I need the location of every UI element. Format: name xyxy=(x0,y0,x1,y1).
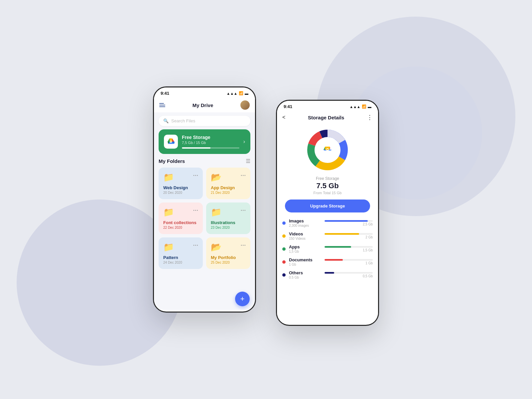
status-bar-left: 9:41 ▲▲▲ 📶 ▬ xyxy=(154,87,255,98)
storage-info: Free Storage 7,5 Gb / 15 Gb xyxy=(182,135,239,149)
folder-name-font: Font collections xyxy=(163,220,198,225)
documents-count: 1 Gb xyxy=(289,263,321,266)
videos-info: Videos 150 Videos xyxy=(289,231,321,240)
storage-title: Free Storage xyxy=(182,135,239,140)
folder-card-header-app: 📂 ⋯ xyxy=(211,172,246,183)
battery-icon-r: ▬ xyxy=(368,105,371,109)
documents-bar-container: 1 Gb xyxy=(325,259,373,265)
pie-chart xyxy=(306,128,349,172)
videos-count: 150 Videos xyxy=(289,237,321,240)
storage-item-documents: Documents 1 Gb 1 Gb xyxy=(282,257,373,266)
folder-name-app: App Design xyxy=(211,185,246,190)
images-bar-fill xyxy=(325,220,368,222)
storage-item-apps: Apps 1,5 Gb 1,5 Gb xyxy=(282,244,373,253)
storage-sub: 7,5 Gb / 15 Gb xyxy=(182,141,239,145)
folder-card-header-font: 📁 ⋯ xyxy=(163,207,198,217)
documents-bar-track xyxy=(325,259,373,261)
others-bar-fill xyxy=(325,272,334,274)
phone-left-screen: My Drive 🔍 Search Files xyxy=(154,98,255,310)
images-name: Images xyxy=(289,218,321,223)
storage-item-others: Others 0.5 Gb 0,5 Gb xyxy=(282,270,373,279)
apps-count: 1,5 Gb xyxy=(289,250,321,253)
others-count: 0.5 Gb xyxy=(289,276,321,279)
folder-app-design[interactable]: 📂 ⋯ App Design 21 Dec 2020 xyxy=(206,168,250,199)
phone-left: 9:41 ▲▲▲ 📶 ▬ My Drive 🔍 Searc xyxy=(153,86,256,313)
documents-name: Documents xyxy=(289,257,321,262)
folder-font[interactable]: 📁 ⋯ Font collections 22 Dec 2020 xyxy=(159,202,203,234)
ham-line3 xyxy=(159,106,165,107)
folder-date-illus: 23 Dec 2020 xyxy=(211,226,246,229)
folder-name-pattern: Pattern xyxy=(163,255,198,260)
upgrade-button[interactable]: Upgrade Storage xyxy=(285,200,370,212)
folder-name-illus: Illustrations xyxy=(211,220,246,225)
documents-dot xyxy=(282,260,286,264)
donut-chart-svg xyxy=(306,128,349,172)
folder-dots-port[interactable]: ⋯ xyxy=(240,242,246,248)
storage-items-list: Images 2,300 images 2,5 Gb Videos 150 xyxy=(277,216,378,279)
phone-right: 9:41 ▲▲▲ 📶 ▬ < Storage Details ⋮ xyxy=(276,100,379,326)
folder-dots-font[interactable]: ⋯ xyxy=(193,207,198,213)
apps-bar-container: 1,5 Gb xyxy=(325,246,373,252)
images-info: Images 2,300 images xyxy=(289,218,321,227)
documents-size: 1 Gb xyxy=(365,261,373,265)
drive-title: My Drive xyxy=(193,102,213,108)
more-options-icon[interactable]: ⋮ xyxy=(367,114,373,121)
folder-dots-app[interactable]: ⋯ xyxy=(240,172,246,179)
videos-size: 2 Gb xyxy=(365,235,373,239)
storage-banner[interactable]: Free Storage 7,5 Gb / 15 Gb › xyxy=(159,129,250,154)
apps-info: Apps 1,5 Gb xyxy=(289,244,321,253)
folder-portfolio[interactable]: 📂 ⋯ My Portfolio 25 Dec 2020 xyxy=(206,237,250,269)
folder-icon-web: 📁 xyxy=(163,172,174,183)
search-icon: 🔍 xyxy=(163,118,169,123)
hamburger-icon[interactable] xyxy=(159,103,165,107)
search-placeholder: Search Files xyxy=(171,118,195,123)
wifi-icon-r: 📶 xyxy=(362,104,366,109)
documents-info: Documents 1 Gb xyxy=(289,257,321,266)
videos-bar-fill xyxy=(325,233,359,235)
fab-button[interactable]: + xyxy=(235,292,250,306)
folder-dots-illus[interactable]: ⋯ xyxy=(240,207,246,213)
others-bar-track xyxy=(325,272,373,274)
battery-icon: ▬ xyxy=(245,91,248,95)
back-button[interactable]: < xyxy=(282,114,285,120)
list-view-icon[interactable]: ☰ xyxy=(246,158,250,164)
others-dot xyxy=(282,273,286,277)
folder-illustrations[interactable]: 📁 ⋯ Illustrations 23 Dec 2020 xyxy=(206,202,250,234)
storage-label-sub: From Total 15 Gb xyxy=(277,191,378,195)
apps-bar-fill xyxy=(325,246,351,248)
videos-name: Videos xyxy=(289,231,321,236)
signal-icon: ▲▲▲ xyxy=(226,91,237,95)
ham-line1 xyxy=(159,103,164,104)
fab-plus-icon: + xyxy=(240,295,245,303)
pie-chart-container xyxy=(277,125,378,174)
storage-details-screen: < Storage Details ⋮ xyxy=(277,111,378,323)
folder-card-header-illus: 📁 ⋯ xyxy=(211,207,246,217)
status-icons-right: ▲▲▲ 📶 ▬ xyxy=(349,104,371,109)
folder-dots-web[interactable]: ⋯ xyxy=(193,172,198,179)
videos-bar-track xyxy=(325,233,373,235)
apps-bar-track xyxy=(325,246,373,248)
avatar[interactable] xyxy=(240,100,250,110)
drive-logo-box xyxy=(164,135,178,149)
banner-arrow-icon[interactable]: › xyxy=(243,139,245,145)
storage-label-size: 7.5 Gb xyxy=(277,182,378,190)
folder-card-header: 📁 ⋯ xyxy=(163,172,198,183)
images-count: 2,300 images xyxy=(289,224,321,227)
storage-progress-fill xyxy=(182,147,210,149)
folder-icon-port: 📂 xyxy=(211,242,221,252)
folder-date-port: 25 Dec 2020 xyxy=(211,261,246,264)
folders-section-header: My Folders ☰ xyxy=(154,158,255,168)
folder-date-font: 22 Dec 2020 xyxy=(163,226,198,229)
storage-details-header: < Storage Details ⋮ xyxy=(277,111,378,125)
phones-container: 9:41 ▲▲▲ 📶 ▬ My Drive 🔍 Searc xyxy=(153,73,379,326)
signal-icon-r: ▲▲▲ xyxy=(349,105,360,109)
folder-pattern[interactable]: 📁 ⋯ Pattern 24 Dec 2020 xyxy=(159,237,203,269)
search-bar[interactable]: 🔍 Search Files xyxy=(159,116,250,126)
folder-web-design[interactable]: 📁 ⋯ Web Design 20 Dec 2020 xyxy=(159,168,203,199)
images-bar-container: 2,5 Gb xyxy=(325,220,373,226)
videos-dot xyxy=(282,234,286,238)
others-bar-container: 0,5 Gb xyxy=(325,272,373,278)
others-size: 0,5 Gb xyxy=(363,274,373,278)
folder-date-pattern: 24 Dec 2020 xyxy=(163,261,198,264)
folder-dots-pattern[interactable]: ⋯ xyxy=(193,242,198,248)
